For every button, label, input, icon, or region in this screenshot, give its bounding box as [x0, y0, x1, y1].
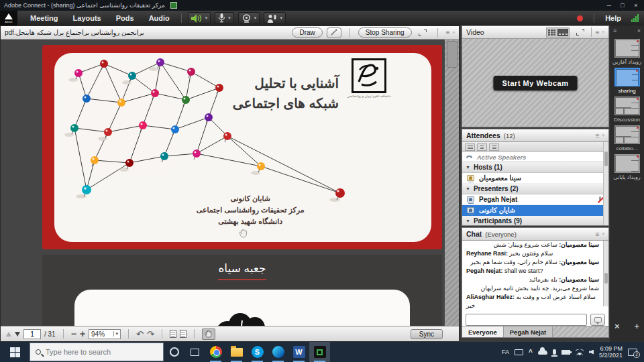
layout-item[interactable]: رویداد پایانی	[610, 154, 644, 180]
zoom-out-icon[interactable]: −	[71, 330, 76, 338]
menu-layouts[interactable]: Layouts	[66, 11, 109, 25]
share-scrollbar[interactable]	[445, 40, 459, 326]
previous-page-icon[interactable]	[6, 332, 11, 337]
taskbar-skype[interactable]: S	[247, 342, 268, 362]
zoom-level-select[interactable]: 94% ▾	[89, 329, 121, 339]
chat-tab-everyone[interactable]: Everyone	[462, 326, 504, 337]
chat-tab-private[interactable]: Pegah Nejat	[504, 326, 553, 337]
fit-page-icon[interactable]	[170, 330, 176, 338]
connection-signal-icon[interactable]	[631, 14, 639, 22]
layout-thumbnail[interactable]	[614, 154, 640, 173]
attendee-row-selected[interactable]: شایان کانونی	[462, 205, 608, 216]
collapse-icon[interactable]: ▼	[466, 165, 470, 170]
collapse-icon[interactable]: ▼	[466, 219, 470, 223]
group-presenters[interactable]: ▼ Presenters (2)	[462, 184, 608, 194]
filmstrip-view-icon[interactable]	[557, 29, 568, 36]
start-button[interactable]	[0, 342, 30, 362]
language-indicator[interactable]: FA	[502, 349, 509, 355]
cortana-button[interactable]	[164, 342, 184, 362]
send-message-button[interactable]	[590, 314, 605, 326]
attendee-row[interactable]: Pegah Nejat	[462, 194, 608, 205]
chrome-icon	[210, 346, 222, 358]
tray-expand-icon[interactable]: ^	[529, 349, 533, 356]
video-pod-menu-icon[interactable]: ≡	[596, 29, 600, 36]
wifi-icon[interactable]	[576, 349, 584, 355]
layout-item[interactable]: رویداد آغازین	[610, 39, 644, 65]
microphone-button[interactable]: ▾	[215, 12, 234, 24]
layouts-menu-icon[interactable]: ≡	[613, 27, 616, 34]
video-fullscreen-icon[interactable]	[576, 29, 584, 36]
task-view-button[interactable]	[184, 342, 205, 362]
share-scrollbar-thumb[interactable]	[447, 41, 458, 68]
close-button[interactable]: ×	[629, 1, 643, 10]
grid-view-icon[interactable]	[547, 29, 556, 36]
taskbar-edge[interactable]	[268, 342, 288, 362]
layout-thumbnail[interactable]	[614, 68, 640, 86]
page-number-input[interactable]	[23, 329, 41, 339]
chat-message-input[interactable]	[466, 314, 587, 326]
next-page-icon[interactable]	[15, 332, 20, 337]
sync-button[interactable]: Sync	[411, 329, 443, 339]
attendee-row[interactable]: سینا معصومیان	[462, 173, 608, 184]
tray-microphone-icon[interactable]	[553, 349, 556, 355]
attendee-status-view-icon[interactable]	[489, 143, 499, 151]
touch-keyboard-icon[interactable]	[515, 349, 523, 355]
chat-scrollbar[interactable]	[603, 241, 608, 306]
layout-thumbnail[interactable]	[614, 39, 640, 58]
group-participants[interactable]: ▼ Participants (9)	[462, 216, 608, 226]
taskbar-adobe-connect[interactable]	[309, 342, 330, 362]
chat-scrollbar-thumb[interactable]	[604, 273, 608, 284]
attendee-breakout-view-icon[interactable]	[477, 143, 487, 151]
taskbar-file-explorer[interactable]	[226, 342, 247, 362]
pan-tool-button[interactable]	[202, 328, 215, 340]
layout-item[interactable]: Discussion	[610, 97, 644, 123]
taskbar-chrome[interactable]	[205, 342, 226, 362]
layout-thumbnail[interactable]	[614, 97, 640, 115]
collapse-icon[interactable]: ▼	[466, 186, 470, 191]
attendees-scrollbar-thumb[interactable]	[604, 152, 608, 166]
undo-icon[interactable]: ↶	[136, 330, 144, 338]
menu-pods[interactable]: Pods	[109, 11, 142, 25]
redo-icon[interactable]: ↷	[147, 330, 154, 338]
document-viewport[interactable]: آشنایی با تحلیل شبکه های اجتماعی دانشکده…	[1, 40, 459, 326]
raise-hand-caret-icon[interactable]: ▾	[280, 15, 282, 21]
volume-icon[interactable]	[589, 350, 594, 355]
search-input[interactable]	[46, 348, 146, 356]
chat-pod-menu-icon[interactable]: ≡	[596, 231, 600, 238]
layout-item[interactable]: collabo...	[610, 125, 644, 152]
action-center-icon[interactable]: 2	[628, 349, 637, 356]
webcam-caret-icon[interactable]: ▾	[254, 15, 257, 21]
layouts-close-icon[interactable]: ×	[637, 27, 641, 34]
minimize-button[interactable]: ─	[602, 1, 616, 10]
group-hosts[interactable]: ▼ Hosts (1)	[462, 162, 608, 173]
layout-thumbnail[interactable]	[614, 125, 640, 144]
help-menu[interactable]: Help	[598, 14, 628, 22]
draw-button[interactable]: Draw	[292, 27, 322, 38]
taskbar-search[interactable]	[30, 343, 164, 361]
fit-width-icon[interactable]	[180, 330, 186, 338]
microphone-caret-icon[interactable]: ▾	[228, 15, 231, 21]
pod-close-icon[interactable]: ×	[614, 321, 620, 331]
start-webcam-button[interactable]: Start My Webcam	[494, 76, 578, 90]
zoom-in-icon[interactable]: +	[80, 330, 85, 338]
maximize-button[interactable]: □	[616, 1, 629, 10]
stop-sharing-button[interactable]: Stop Sharing	[358, 27, 412, 38]
speaker-button[interactable]: ▾	[188, 12, 211, 24]
layout-item-selected[interactable]: sharing	[610, 68, 644, 94]
attendees-scrollbar[interactable]	[603, 142, 608, 225]
speaker-caret-icon[interactable]: ▾	[205, 15, 208, 21]
menu-meeting[interactable]: Meeting	[23, 11, 66, 25]
pointer-tool-button[interactable]	[327, 27, 341, 38]
taskbar-clock[interactable]: 6:09 PM 5/2/2021	[599, 345, 623, 359]
attendees-pod-menu-icon[interactable]: ≡	[596, 132, 600, 139]
raise-hand-button[interactable]: ▾	[264, 12, 286, 24]
taskbar-word[interactable]: W	[288, 342, 309, 362]
battery-icon[interactable]	[561, 350, 570, 355]
pod-add-icon[interactable]: +	[634, 321, 639, 331]
webcam-button[interactable]: ▾	[238, 12, 260, 24]
onedrive-icon[interactable]	[538, 350, 547, 355]
menu-audio[interactable]: Audio	[142, 11, 177, 25]
share-pod-menu-icon[interactable]: ≡▾	[446, 29, 455, 36]
attendee-list-view-icon[interactable]	[465, 143, 475, 151]
fullscreen-icon[interactable]	[419, 29, 427, 36]
